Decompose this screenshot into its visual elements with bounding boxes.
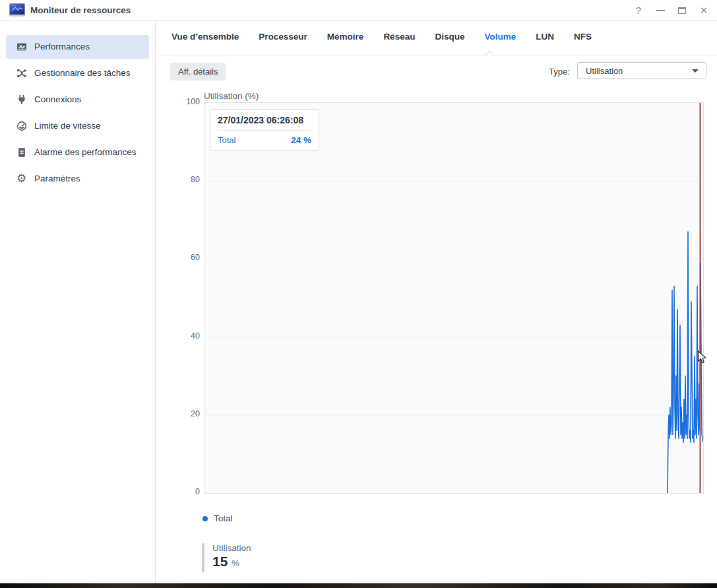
window-controls: ? ✕ [633,0,709,20]
tab-overview[interactable]: Vue d’ensemble [171,32,239,42]
summary-value: 15% [212,553,251,572]
plug-icon [16,94,27,105]
minimize-button[interactable] [655,5,666,16]
chart-tooltip: 27/01/2023 06:26:08 Total 24 % [210,109,319,150]
sidebar-item-label: Alarme des performances [34,147,137,158]
show-details-button[interactable]: Aff. détails [170,63,226,81]
speedometer-icon [16,120,27,131]
sidebar-item-performances[interactable]: Performances [6,35,149,59]
window-title: Moniteur de ressources [30,5,131,15]
utilization-line-chart [204,103,703,493]
app-icon [9,3,25,16]
desktop-wallpaper-strip [0,583,717,588]
summary-label: Utilisation [212,543,251,553]
tab-processor[interactable]: Processeur [259,32,307,42]
sidebar-item-label: Paramètres [34,173,80,185]
sidebar-item-label: Performances [34,41,90,53]
tab-nfs[interactable]: NFS [574,32,592,42]
maximize-button[interactable] [677,5,687,16]
tooltip-series-value: 24 % [291,135,311,145]
summary-accent-bar [202,543,204,572]
tab-volume[interactable]: Volume [484,32,516,42]
maximize-icon [678,7,686,14]
sidebar-item-task-manager[interactable]: Gestionnaire des tâches [6,61,149,85]
resource-monitor-window: Moniteur de ressources ? ✕ Performances [0,0,717,588]
sidebar-item-speed-limit[interactable]: Limite de vitesse [6,114,149,138]
y-tick-label: 60 [175,253,200,262]
y-tick-label: 40 [175,331,200,341]
tooltip-timestamp: 27/01/2023 06:26:08 [218,115,311,131]
gear-icon: ⚙ [16,173,27,184]
y-tick-label: 20 [175,409,200,418]
sidebar-item-connections[interactable]: Connexions [6,88,149,112]
tab-network[interactable]: Réseau [383,32,415,42]
minimize-icon [656,10,665,11]
mouse-cursor [697,350,707,364]
sidebar: Performances Gestionnaire des tâches [0,21,156,583]
tooltip-series-label: Total [218,135,235,145]
type-dropdown[interactable]: Utilisation [577,62,706,79]
utilization-summary: Utilisation 15% [202,543,251,572]
sidebar-item-label: Limite de vitesse [34,120,101,132]
legend-label-total[interactable]: Total [214,513,233,523]
close-button[interactable]: ✕ [699,5,709,16]
y-tick-label: 0 [175,487,200,496]
task-manager-icon [16,67,27,79]
y-tick-label: 100 [175,97,200,106]
y-tick-label: 80 [175,175,200,184]
active-tab-notch [485,51,494,60]
sidebar-item-performance-alarm[interactable]: Alarme des performances [6,141,149,164]
chart-legend: Total [203,513,233,523]
title-bar: Moniteur de ressources ? ✕ [0,0,717,21]
alarm-log-icon [16,147,27,158]
tab-bar: Vue d’ensemble Processeur Mémoire Réseau… [171,32,592,42]
type-dropdown-value: Utilisation [586,66,623,76]
tab-bar-divider [156,55,717,55]
chart-plot-area[interactable] [204,102,704,494]
sidebar-item-label: Gestionnaire des tâches [34,67,131,79]
main-content: Vue d’ensemble Processeur Mémoire Réseau… [156,21,717,583]
sidebar-item-label: Connexions [34,94,81,106]
legend-dot-total [203,516,208,521]
type-label: Type: [549,67,570,77]
y-axis-labels: 020406080100 [175,102,200,492]
tooltip-row: Total 24 % [218,131,311,145]
tab-disk[interactable]: Disque [435,32,464,42]
chart-title: Utilisation (%) [204,91,259,101]
sidebar-item-settings[interactable]: ⚙ Paramètres [6,167,149,191]
chevron-down-icon [692,69,699,73]
summary-unit: % [232,558,239,568]
tab-lun[interactable]: LUN [536,32,554,42]
help-button[interactable]: ? [633,5,644,16]
performance-monitor-icon [16,41,27,52]
tab-memory[interactable]: Mémoire [327,32,364,42]
